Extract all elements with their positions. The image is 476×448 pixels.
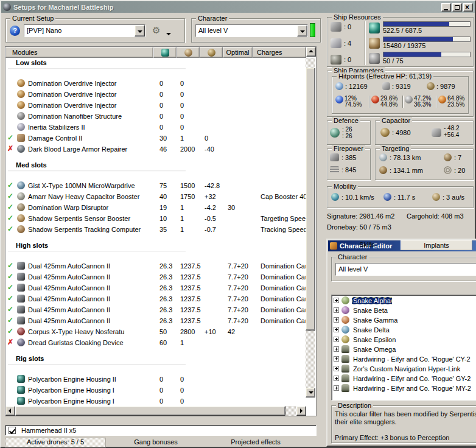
module-row[interactable]: ✓Shadow Serpentis Sensor Booster101-0.5T… <box>5 214 306 224</box>
column-header-optimal[interactable]: Optimal <box>223 47 253 58</box>
slot-section-title: Med slots <box>16 161 47 169</box>
em-resist-icon <box>335 96 343 103</box>
tree-expander-icon[interactable] <box>334 298 339 303</box>
module-row[interactable]: Polycarbon Engine Housing I00 <box>5 396 306 407</box>
close-button[interactable] <box>463 3 473 12</box>
module-cpu: 60 <box>159 339 167 346</box>
implant-row[interactable]: Hardwiring - Eifyr and Co. 'Rogue' GY-2 <box>332 373 476 383</box>
bottom-tab[interactable]: Active drones: 5 / 5 <box>5 438 106 447</box>
module-row[interactable]: ✓Dual 425mm AutoCannon II26.31237.57.7+2… <box>5 294 306 304</box>
module-row[interactable]: ✓Dual 425mm AutoCannon II26.31237.57.7+2… <box>5 316 306 326</box>
minimize-button[interactable] <box>441 3 451 12</box>
setup-select[interactable]: [PVP] Nano <box>24 24 145 37</box>
bottom-tab[interactable]: Gang bonuses <box>106 438 206 447</box>
setup-tools-menu-arrow[interactable] <box>166 29 171 37</box>
tree-expander-icon[interactable] <box>334 346 339 352</box>
module-row[interactable]: ✓Gist X-Type 100MN MicroWarpdrive751500-… <box>5 181 306 191</box>
character-select[interactable]: All level V <box>195 24 308 37</box>
implant-row[interactable]: Snake Beta <box>332 305 476 315</box>
scroll-up-button[interactable] <box>306 47 316 57</box>
tree-expander-icon[interactable] <box>334 327 339 332</box>
module-row[interactable]: Domination Overdrive Injector00 <box>5 79 306 89</box>
hitpoints-group: Hitpoints (Effective HP: 61,319) : 12169… <box>332 76 469 114</box>
vertical-scrollbar-thumb[interactable] <box>306 68 315 331</box>
module-row[interactable]: Polycarbon Engine Housing I00 <box>5 385 306 396</box>
character-editor-window[interactable]: Character Editor Character All level V S… <box>326 239 476 447</box>
module-row[interactable]: ✓Dual 425mm AutoCannon II26.31237.57.7+2… <box>5 283 306 293</box>
module-row[interactable]: Domination Overdrive Injector00 <box>5 89 306 100</box>
module-row[interactable]: Inertia Stabilizers II00 <box>5 122 306 133</box>
setup-tools-icon[interactable] <box>152 26 160 35</box>
module-cap: -0.7 <box>205 226 216 233</box>
maximize-button[interactable] <box>452 3 462 12</box>
tree-expander-icon[interactable] <box>334 337 339 342</box>
module-optimal: 30 <box>228 204 235 211</box>
module-row[interactable]: ✓Amarr Navy Heavy Capacitor Booster40175… <box>5 192 306 202</box>
implant-row[interactable]: Zor's Custom Navigation Hyper-Link <box>332 363 476 373</box>
module-row[interactable]: Domination Overdrive Injector00 <box>5 100 306 111</box>
tree-expander-icon[interactable] <box>334 376 339 381</box>
module-row[interactable]: ✗Dark Blood Large Armor Repairer462000-4… <box>5 144 306 155</box>
implant-row[interactable]: Hardwiring - Eifyr and Co. 'Rogue' CY-2 <box>332 354 476 363</box>
module-row[interactable]: ✓Dual 425mm AutoCannon II26.31237.57.7+2… <box>5 272 306 282</box>
tree-expander-icon[interactable] <box>334 366 339 371</box>
ce-character-select[interactable]: All level V <box>335 263 476 276</box>
column-header-powergrid[interactable] <box>177 47 200 58</box>
module-row[interactable]: ✓Domination Warp Disruptor191-4.230 <box>5 203 306 213</box>
module-active-check-icon: ✓ <box>7 327 13 335</box>
tree-expander-icon[interactable] <box>334 385 339 391</box>
character-select-arrow[interactable] <box>297 25 307 37</box>
module-optimal: 7.7+20 <box>228 295 248 303</box>
titlebar[interactable]: Setups for Machariel Battleship <box>1 1 475 13</box>
module-charge: Domination Car. <box>261 306 306 313</box>
drone-checkbox[interactable] <box>9 427 16 434</box>
module-row[interactable]: ✓Damage Control II3010 <box>5 133 306 144</box>
module-active-check-icon: ✓ <box>7 214 13 222</box>
tab-implants[interactable]: Implants <box>401 240 472 250</box>
implant-row[interactable]: Snake Omega <box>332 344 476 354</box>
description-line: their elite smugglers. <box>335 418 476 426</box>
module-cpu: 0 <box>159 376 163 383</box>
bottom-tab[interactable]: Projected effects <box>206 438 306 447</box>
horizontal-scrollbar[interactable] <box>5 406 306 416</box>
column-header-charges[interactable]: Charges <box>253 47 306 58</box>
module-row[interactable]: ✓Shadow Serpentis Tracking Computer351-0… <box>5 225 306 235</box>
module-cpu: 19 <box>159 204 167 211</box>
tree-expander-icon[interactable] <box>334 307 339 313</box>
module-row[interactable]: ✓Dual 425mm AutoCannon II26.31237.57.7+2… <box>5 261 306 271</box>
module-row[interactable]: ✓Dual 425mm AutoCannon II26.31237.57.7+2… <box>5 305 306 315</box>
vertical-scrollbar[interactable] <box>306 58 315 397</box>
horizontal-scrollbar-thumb[interactable] <box>15 406 285 416</box>
setup-select-arrow[interactable] <box>135 25 145 37</box>
tab-skills[interactable]: Skills <box>334 240 401 250</box>
module-active-check-icon: ✓ <box>7 272 13 281</box>
slot-section-title: Low slots <box>16 59 47 66</box>
tree-expander-icon[interactable] <box>334 356 339 362</box>
column-header-modules[interactable]: Modules <box>5 47 153 58</box>
setup-select-value: [PVP] Nano <box>24 25 135 37</box>
volley-value: : 845 <box>341 166 356 173</box>
implant-row[interactable]: Snake Delta <box>332 324 476 334</box>
implant-row[interactable]: Snake Alpha <box>332 295 476 305</box>
help-icon[interactable] <box>10 26 20 36</box>
modules-list[interactable]: Low slotsDomination Overdrive Injector00… <box>5 58 306 407</box>
tree-expander-icon[interactable] <box>334 317 339 323</box>
column-header-capacitor[interactable] <box>200 47 223 58</box>
scroll-right-button[interactable] <box>296 406 306 416</box>
implant-row[interactable]: Snake Epsilon <box>332 334 476 344</box>
implant-row[interactable]: Snake Gamma <box>332 315 476 324</box>
scroll-down-button[interactable] <box>306 388 315 397</box>
module-row[interactable]: Polycarbon Engine Housing II00 <box>5 374 306 385</box>
module-row[interactable]: ✓Corpus X-Type Heavy Nosferatu502800+104… <box>5 327 306 337</box>
module-row[interactable]: ✗Dread Guristas Cloaking Device601 <box>5 338 306 348</box>
implants-list[interactable]: Snake AlphaSnake BetaSnake GammaSnake De… <box>331 295 476 401</box>
scroll-left-button[interactable] <box>5 406 15 416</box>
column-header-cpu[interactable] <box>153 47 177 58</box>
character-group: Character All level V <box>191 18 321 43</box>
implant-row[interactable]: Hardwiring - Eifyr and Co. 'Rogue' MY-2 <box>332 383 476 393</box>
drone-bay-list[interactable]: Hammerhead II x5 <box>5 425 317 436</box>
ce-character-select-value: All level V <box>336 264 476 275</box>
em-armor-resist: 74.5% <box>345 102 362 108</box>
module-row[interactable]: Domination Nanofiber Structure00 <box>5 111 306 122</box>
module-name: Dual 425mm AutoCannon II <box>28 262 110 270</box>
